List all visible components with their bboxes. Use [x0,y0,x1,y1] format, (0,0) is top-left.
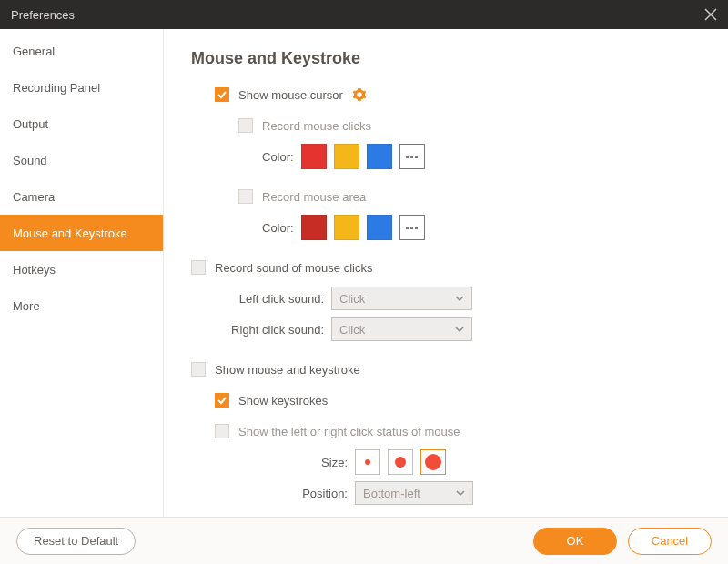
label-record-clicks: Record mouse clicks [262,119,371,133]
color-swatch-yellow-2[interactable] [334,215,359,240]
color-swatch-yellow[interactable] [334,144,359,169]
label-size: Size: [238,456,348,469]
cancel-button[interactable]: Cancel [628,528,712,555]
color-swatch-blue[interactable] [367,144,392,169]
sidebar-item-sound[interactable]: Sound [0,142,163,178]
checkbox-record-click-sound[interactable] [191,260,206,275]
checkbox-record-clicks[interactable] [238,118,253,133]
titlebar: Preferences [0,0,728,29]
label-clicks-color: Color: [262,150,294,164]
checkbox-show-keystrokes[interactable] [215,393,229,408]
select-position[interactable]: Bottom-left [355,481,473,505]
size-option-small[interactable] [355,449,380,475]
close-icon[interactable] [704,8,717,21]
reset-button[interactable]: Reset to Default [16,528,136,555]
label-show-cursor: Show mouse cursor [238,88,343,102]
sidebar-item-recording-panel[interactable]: Recording Panel [0,69,163,106]
window-title: Preferences [11,8,75,22]
checkbox-show-mouse-keystroke[interactable] [191,362,206,377]
chevron-down-icon [455,294,464,303]
color-swatch-more-2[interactable] [399,215,425,240]
sidebar-item-mouse-and-keystroke[interactable]: Mouse and Keystroke [0,215,163,251]
label-show-mouse-keystroke: Show mouse and keystroke [215,363,360,377]
select-left-click-sound[interactable]: Click [331,287,472,310]
label-position: Position: [238,487,348,500]
label-right-click-sound: Right click sound: [215,323,324,337]
chevron-down-icon [455,325,464,334]
label-record-area: Record mouse area [262,190,366,204]
label-area-color: Color: [262,221,294,235]
color-swatch-blue-2[interactable] [367,215,392,240]
section-heading-mouse: Mouse and Keystroke [191,49,692,68]
color-swatch-darkred[interactable] [301,215,327,240]
sidebar: General Recording Panel Output Sound Cam… [0,29,164,517]
label-show-click-status: Show the left or right click status of m… [238,425,460,438]
checkbox-show-cursor[interactable] [215,87,229,102]
gear-icon[interactable] [352,87,367,102]
checkbox-record-area[interactable] [238,189,253,204]
label-record-click-sound: Record sound of mouse clicks [215,261,372,275]
label-left-click-sound: Left click sound: [215,292,324,306]
sidebar-item-more[interactable]: More [0,287,163,324]
label-show-keystrokes: Show keystrokes [238,394,328,408]
size-option-large[interactable] [420,449,446,475]
sidebar-item-camera[interactable]: Camera [0,178,163,215]
checkbox-show-click-status[interactable] [215,424,229,438]
color-swatch-more[interactable] [399,144,425,169]
ok-button[interactable]: OK [533,528,617,555]
color-swatch-red[interactable] [301,144,327,169]
sidebar-item-hotkeys[interactable]: Hotkeys [0,251,163,287]
size-option-medium[interactable] [388,449,413,475]
select-right-click-sound[interactable]: Click [331,317,472,341]
sidebar-item-general[interactable]: General [0,33,163,69]
footer: Reset to Default OK Cancel [0,517,728,564]
content-scroll[interactable]: Mouse and Keystroke Show mouse cursor Re… [164,29,728,517]
chevron-down-icon [456,488,465,498]
sidebar-item-output[interactable]: Output [0,106,163,142]
